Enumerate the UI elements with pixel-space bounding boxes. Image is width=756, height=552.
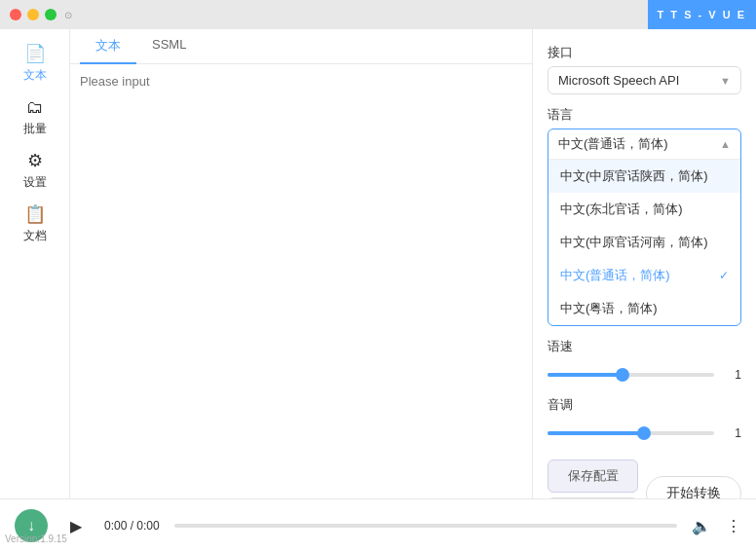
app-brand: T T S - V U E xyxy=(648,0,756,29)
default-select[interactable]: 默认 ▼ xyxy=(548,497,638,498)
sidebar-item-settings[interactable]: ⚙ 设置 xyxy=(6,146,64,195)
tab-text[interactable]: 文本 xyxy=(80,29,136,64)
sidebar-item-text[interactable]: 📄 文本 xyxy=(6,39,64,88)
interface-select[interactable]: Microsoft Speech API ▼ xyxy=(548,66,741,94)
lang-option-4[interactable]: 中文(粤语，简体) xyxy=(548,292,740,325)
language-options: 中文(中原官话陕西，简体) 中文(东北官话，简体) 中文(中原官话河南，简体) … xyxy=(548,159,740,325)
lang-option-1[interactable]: 中文(东北官话，简体) xyxy=(548,193,740,226)
text-input-area[interactable] xyxy=(70,64,532,498)
sidebar-label-text: 文本 xyxy=(23,67,47,84)
docs-icon: 📋 xyxy=(24,203,46,225)
sidebar-item-batch[interactable]: 🗂 批量 xyxy=(6,92,64,141)
lang-option-label-2: 中文(中原官话河南，简体) xyxy=(560,234,708,251)
lang-option-label-1: 中文(东北官话，简体) xyxy=(560,201,683,218)
sidebar-label-batch: 批量 xyxy=(23,121,47,137)
chevron-up-icon: ▲ xyxy=(720,138,731,150)
sidebar: 📄 文本 🗂 批量 ⚙ 设置 📋 文档 xyxy=(0,29,70,498)
pitch-label: 音调 xyxy=(548,396,741,414)
language-label: 语言 xyxy=(548,106,741,124)
lang-option-label-4: 中文(粤语，简体) xyxy=(560,300,658,317)
speed-label: 语速 xyxy=(548,338,741,355)
checkmark-icon: ✓ xyxy=(719,269,729,282)
speed-section: 语速 1 xyxy=(548,338,741,385)
interface-section: 接口 Microsoft Speech API ▼ xyxy=(548,44,741,94)
pitch-slider-fill xyxy=(548,431,644,435)
maximize-button[interactable] xyxy=(45,9,57,20)
text-input[interactable] xyxy=(80,74,522,489)
speed-slider-row: 1 xyxy=(548,365,741,385)
batch-icon: 🗂 xyxy=(26,97,44,118)
interface-value: Microsoft Speech API xyxy=(558,73,679,88)
tab-ssml[interactable]: SSML xyxy=(136,29,202,64)
action-buttons: 保存配置 默认 ▼ 开始转换 xyxy=(548,460,741,498)
speed-slider-thumb[interactable] xyxy=(616,368,629,382)
minimize-button[interactable] xyxy=(27,9,39,20)
chevron-down-icon: ▼ xyxy=(720,75,731,87)
pitch-value: 1 xyxy=(722,426,741,440)
sidebar-label-docs: 文档 xyxy=(23,228,47,244)
language-value: 中文(普通话，简体) xyxy=(558,135,668,153)
lang-option-3[interactable]: 中文(普通话，简体) ✓ xyxy=(548,259,740,292)
pitch-section: 音调 1 xyxy=(548,396,741,443)
player-time: 0:00 / 0:00 xyxy=(104,519,160,533)
language-select[interactable]: 中文(普通话，简体) ▲ 中文(中原官话陕西，简体) 中文(东北官话，简体) 中… xyxy=(548,129,741,326)
lang-option-2[interactable]: 中文(中原官话河南，简体) xyxy=(548,226,740,259)
action-buttons-row: 保存配置 默认 ▼ 开始转换 xyxy=(548,460,741,498)
speed-slider-fill xyxy=(548,373,623,377)
interface-label: 接口 xyxy=(548,44,741,61)
close-button[interactable] xyxy=(10,9,21,20)
lang-option-label-0: 中文(中原官话陕西，简体) xyxy=(560,167,708,185)
play-icon: ▶ xyxy=(70,517,82,535)
pitch-slider-track xyxy=(548,431,714,435)
extra-icon: ⊙ xyxy=(62,9,74,20)
player-progress-bar[interactable] xyxy=(174,524,677,528)
right-panel: 接口 Microsoft Speech API ▼ 语言 中文(普通话，简体) … xyxy=(532,29,756,498)
text-icon: 📄 xyxy=(24,43,46,64)
content-area: 文本 SSML xyxy=(70,29,532,498)
volume-icon[interactable]: 🔈 xyxy=(692,517,711,535)
more-options-button[interactable]: ⋮ xyxy=(726,517,741,535)
sidebar-item-docs[interactable]: 📋 文档 xyxy=(6,200,64,248)
player-bar: ↓ ▶ 0:00 / 0:00 🔈 ⋮ xyxy=(0,498,756,552)
language-section: 语言 中文(普通话，简体) ▲ 中文(中原官话陕西，简体) 中文(东北官话，简体… xyxy=(548,106,741,326)
pitch-slider-row: 1 xyxy=(548,423,741,443)
version-text: Version:1.9.15 xyxy=(5,534,67,544)
lang-option-0[interactable]: 中文(中原官话陕西，简体) xyxy=(548,160,740,193)
speed-slider-container[interactable] xyxy=(548,365,714,385)
language-select-header[interactable]: 中文(普通话，简体) ▲ xyxy=(548,129,740,159)
pitch-slider-thumb[interactable] xyxy=(637,426,651,440)
save-config-button[interactable]: 保存配置 xyxy=(548,460,638,493)
pitch-slider-container[interactable] xyxy=(548,423,714,443)
app-body: 📄 文本 🗂 批量 ⚙ 设置 📋 文档 文本 SSML 接口 xyxy=(0,29,756,498)
title-bar: ⊙ T T S - V U E xyxy=(0,0,756,29)
start-convert-button[interactable]: 开始转换 xyxy=(646,476,741,499)
speed-value: 1 xyxy=(722,368,741,382)
sidebar-label-settings: 设置 xyxy=(23,174,47,191)
traffic-lights: ⊙ xyxy=(10,9,74,20)
lang-option-label-3: 中文(普通话，简体) xyxy=(560,267,670,284)
download-icon: ↓ xyxy=(27,517,35,534)
tabs-bar: 文本 SSML xyxy=(70,29,532,64)
settings-icon: ⚙ xyxy=(27,150,43,171)
speed-slider-track xyxy=(548,373,714,377)
